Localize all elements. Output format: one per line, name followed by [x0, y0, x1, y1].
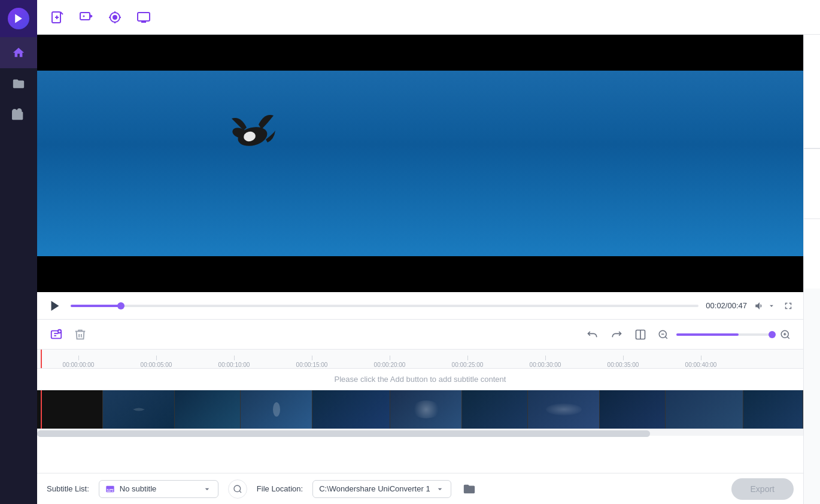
subtitle-list-select[interactable]: No subtitle	[99, 480, 218, 498]
auto-subtitle-card[interactable]: Beta T → Auto-Subtitle Generator	[804, 148, 820, 218]
strip-frame-9	[666, 390, 743, 429]
zoom-in-button[interactable]	[777, 326, 794, 343]
subtitle-search-button[interactable]	[228, 479, 247, 499]
ruler-mark-5: 00:00:25:00	[429, 356, 506, 368]
chevron-down-icon-2	[435, 484, 445, 494]
video-top-bar	[37, 35, 803, 71]
video-frame	[37, 71, 803, 256]
strip-frame-5	[390, 390, 462, 429]
progress-fill	[71, 305, 121, 307]
status-bar: Subtitle List: No subtitle	[37, 473, 803, 504]
split-button[interactable]	[631, 325, 650, 344]
manual-subtitles-card[interactable]: Manual Subtitles	[804, 35, 820, 148]
strip-frame-1	[103, 390, 175, 429]
strip-frame-10	[743, 390, 803, 429]
add-media-button[interactable]	[75, 7, 97, 28]
svg-line-38	[239, 491, 241, 493]
folder-icon	[12, 77, 25, 90]
ruler-mark-4: 00:00:20:00	[351, 356, 429, 368]
ruler-mark-6: 00:00:30:00	[506, 356, 584, 368]
right-panel: Manual Subtitles	[803, 35, 820, 504]
strip-frame-0	[37, 390, 103, 429]
progress-bar[interactable]	[71, 305, 698, 307]
playhead-ruler	[41, 350, 42, 368]
screen-record-button[interactable]	[133, 7, 154, 28]
video-player	[37, 35, 803, 292]
video-strip	[37, 390, 803, 429]
strip-frame-7	[528, 390, 600, 429]
delete-subtitle-button[interactable]	[71, 325, 90, 344]
content-area: 00:02/00:47	[37, 35, 820, 504]
strip-frame-8	[600, 390, 666, 429]
file-location-value: C:\Wondershare UniConverter 1	[319, 484, 430, 493]
ruler-mark-8: 00:00:40:00	[662, 356, 740, 368]
ruler-marks: 00:00:00:00 00:00:05:00 00:00:10:00	[37, 350, 803, 368]
svg-rect-4	[80, 13, 90, 20]
video-bottom-bar	[37, 256, 803, 292]
subtitle-toolbar	[37, 320, 803, 350]
timeline-ruler: 00:00:00:00 00:00:05:00 00:00:10:00	[37, 350, 803, 369]
hint-text: Please click the Add button to add subti…	[335, 375, 506, 384]
timeline-controls-right	[583, 325, 794, 344]
redo-button[interactable]	[607, 325, 626, 344]
ruler-mark-1: 00:00:05:00	[117, 356, 195, 368]
subtitle-select-value: No subtitle	[120, 484, 198, 493]
strip-frame-4	[312, 390, 390, 429]
new-project-button[interactable]	[47, 7, 68, 28]
undo-button[interactable]	[583, 325, 602, 344]
chevron-down-icon	[202, 484, 212, 494]
app-logo[interactable]	[0, 0, 37, 37]
file-location-label: File Location:	[257, 484, 303, 493]
audio-button[interactable]	[754, 300, 776, 311]
video-subject	[217, 107, 288, 166]
timeline-area: 00:00:00:00 00:00:05:00 00:00:10:00	[37, 350, 803, 473]
svg-point-36	[273, 402, 280, 417]
text-subtitle-card[interactable]: Beta Text to Subtitles	[804, 218, 820, 289]
fullscreen-button[interactable]	[783, 300, 794, 311]
svg-marker-0	[15, 14, 22, 23]
timeline-container: 00:00:00:00 00:00:05:00 00:00:10:00	[37, 350, 803, 436]
svg-point-9	[113, 16, 117, 19]
browse-folder-button[interactable]	[461, 481, 478, 497]
strip-frame-3	[241, 390, 312, 429]
file-location-select[interactable]: C:\Wondershare UniConverter 1	[312, 480, 451, 498]
progress-thumb	[117, 302, 124, 309]
zoom-slider[interactable]	[676, 333, 772, 336]
subtitle-list-label: Subtitle List:	[47, 484, 89, 493]
player-controls: 00:02/00:47	[37, 292, 803, 320]
strip-frame-2	[175, 390, 241, 429]
ruler-mark-3: 00:00:15:00	[273, 356, 351, 368]
svg-line-33	[787, 336, 789, 338]
toolbox-icon	[12, 108, 25, 122]
add-subtitle-button[interactable]	[47, 325, 66, 344]
export-button[interactable]: Export	[731, 478, 794, 500]
subtitle-icon	[105, 484, 115, 494]
toolbar: Feedback	[37, 0, 820, 35]
svg-rect-10	[138, 13, 150, 21]
ruler-mark-7: 00:00:35:00	[584, 356, 662, 368]
svg-marker-20	[51, 300, 59, 311]
timeline-scrollbar[interactable]	[37, 429, 803, 436]
zoom-out-button[interactable]	[655, 326, 672, 343]
sidebar	[0, 0, 37, 504]
sidebar-item-tools[interactable]	[0, 99, 37, 130]
home-icon	[12, 46, 25, 59]
sidebar-item-home[interactable]	[0, 37, 37, 68]
sidebar-item-media[interactable]	[0, 68, 37, 99]
ruler-mark-0: 00:00:00:00	[40, 356, 117, 368]
svg-point-37	[234, 485, 241, 492]
record-button[interactable]	[104, 7, 126, 28]
subtitle-hint: Please click the Add button to add subti…	[37, 369, 803, 390]
main-content: Feedback	[37, 0, 820, 504]
logo-icon	[8, 8, 29, 29]
svg-line-30	[665, 336, 667, 338]
time-display: 00:02/00:47	[706, 301, 747, 310]
playhead-strip	[41, 390, 42, 429]
ruler-mark-2: 00:00:10:00	[195, 356, 273, 368]
play-button[interactable]	[47, 297, 63, 314]
strip-frame-6	[462, 390, 528, 429]
left-panel: 00:02/00:47	[37, 35, 803, 504]
